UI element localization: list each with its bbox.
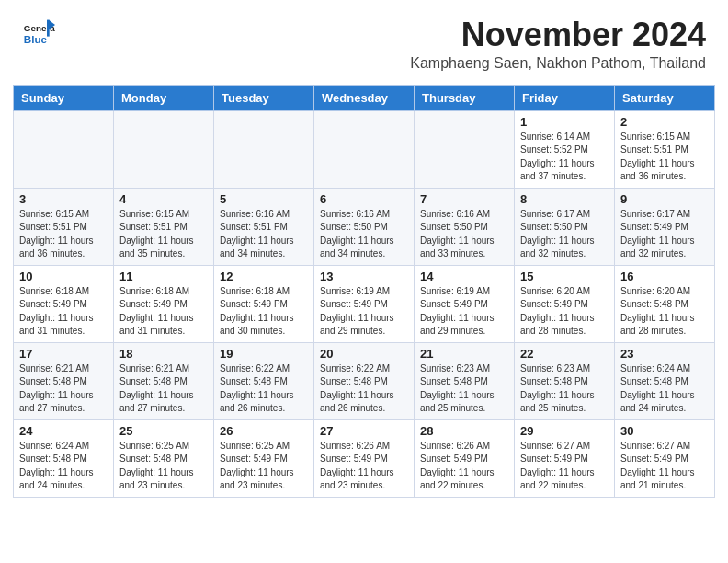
calendar-header-row: SundayMondayTuesdayWednesdayThursdayFrid… [14,85,715,110]
calendar-cell [14,110,114,188]
calendar-cell [214,110,314,188]
day-number: 24 [19,424,108,438]
day-info: Sunrise: 6:22 AMSunset: 5:48 PMDaylight:… [320,362,408,416]
calendar-cell: 11Sunrise: 6:18 AMSunset: 5:49 PMDayligh… [114,265,214,342]
day-info: Sunrise: 6:26 AMSunset: 5:49 PMDaylight:… [420,440,508,493]
calendar-cell: 10Sunrise: 6:18 AMSunset: 5:49 PMDayligh… [14,265,114,342]
column-header-friday: Friday [515,85,615,110]
day-info: Sunrise: 6:18 AMSunset: 5:49 PMDaylight:… [220,285,308,339]
calendar-cell: 9Sunrise: 6:17 AMSunset: 5:49 PMDaylight… [615,188,715,265]
day-number: 19 [220,347,308,361]
calendar-cell: 17Sunrise: 6:21 AMSunset: 5:48 PMDayligh… [14,342,114,419]
calendar-cell: 6Sunrise: 6:16 AMSunset: 5:50 PMDaylight… [314,188,415,265]
calendar-week-row: 3Sunrise: 6:15 AMSunset: 5:51 PMDaylight… [14,188,715,265]
month-title: November 2024 [410,17,706,53]
day-info: Sunrise: 6:25 AMSunset: 5:48 PMDaylight:… [119,440,208,493]
day-number: 27 [320,424,408,438]
day-number: 18 [119,347,208,361]
day-info: Sunrise: 6:15 AMSunset: 5:51 PMDaylight:… [620,131,709,184]
day-info: Sunrise: 6:19 AMSunset: 5:49 PMDaylight:… [420,285,508,339]
svg-text:Blue: Blue [24,33,48,45]
day-info: Sunrise: 6:24 AMSunset: 5:48 PMDaylight:… [620,362,709,416]
day-info: Sunrise: 6:24 AMSunset: 5:48 PMDaylight:… [19,440,108,493]
day-info: Sunrise: 6:27 AMSunset: 5:49 PMDaylight:… [620,440,709,493]
day-info: Sunrise: 6:27 AMSunset: 5:49 PMDaylight:… [520,440,609,493]
day-number: 30 [620,424,709,438]
day-info: Sunrise: 6:26 AMSunset: 5:49 PMDaylight:… [320,440,408,493]
calendar-cell: 22Sunrise: 6:23 AMSunset: 5:48 PMDayligh… [515,342,615,419]
day-number: 10 [19,270,108,283]
calendar-cell: 23Sunrise: 6:24 AMSunset: 5:48 PMDayligh… [615,342,715,419]
column-header-thursday: Thursday [415,85,515,110]
calendar-cell: 16Sunrise: 6:20 AMSunset: 5:48 PMDayligh… [615,265,715,342]
calendar-cell: 1Sunrise: 6:14 AMSunset: 5:52 PMDaylight… [515,110,615,188]
title-block: November 2024 Kamphaeng Saen, Nakhon Pat… [410,17,706,72]
day-info: Sunrise: 6:15 AMSunset: 5:51 PMDaylight:… [19,208,108,261]
svg-rect-3 [47,20,50,37]
day-info: Sunrise: 6:16 AMSunset: 5:51 PMDaylight:… [220,208,308,261]
calendar-cell: 5Sunrise: 6:16 AMSunset: 5:51 PMDaylight… [214,188,314,265]
calendar-cell: 7Sunrise: 6:16 AMSunset: 5:50 PMDaylight… [415,188,515,265]
calendar-cell: 19Sunrise: 6:22 AMSunset: 5:48 PMDayligh… [214,342,314,419]
logo-icon: General Blue [22,17,55,50]
calendar-cell: 25Sunrise: 6:25 AMSunset: 5:48 PMDayligh… [114,419,214,497]
day-info: Sunrise: 6:17 AMSunset: 5:49 PMDaylight:… [620,208,709,261]
day-number: 11 [119,270,208,283]
day-number: 14 [420,270,508,283]
day-number: 21 [420,347,508,361]
calendar-cell: 4Sunrise: 6:15 AMSunset: 5:51 PMDaylight… [114,188,214,265]
day-info: Sunrise: 6:25 AMSunset: 5:49 PMDaylight:… [220,440,308,493]
calendar-cell: 30Sunrise: 6:27 AMSunset: 5:49 PMDayligh… [615,419,715,497]
logo: General Blue [22,17,55,50]
column-header-tuesday: Tuesday [214,85,314,110]
day-number: 13 [320,270,408,283]
day-number: 15 [520,270,609,283]
day-number: 2 [620,115,709,129]
day-info: Sunrise: 6:23 AMSunset: 5:48 PMDaylight:… [420,362,508,416]
day-number: 9 [620,192,709,206]
calendar-cell: 15Sunrise: 6:20 AMSunset: 5:49 PMDayligh… [515,265,615,342]
calendar-cell: 12Sunrise: 6:18 AMSunset: 5:49 PMDayligh… [214,265,314,342]
day-number: 26 [220,424,308,438]
day-info: Sunrise: 6:19 AMSunset: 5:49 PMDaylight:… [320,285,408,339]
calendar-cell: 26Sunrise: 6:25 AMSunset: 5:49 PMDayligh… [214,419,314,497]
day-info: Sunrise: 6:17 AMSunset: 5:50 PMDaylight:… [520,208,609,261]
calendar-cell: 20Sunrise: 6:22 AMSunset: 5:48 PMDayligh… [314,342,415,419]
calendar-cell: 28Sunrise: 6:26 AMSunset: 5:49 PMDayligh… [415,419,515,497]
calendar-cell: 29Sunrise: 6:27 AMSunset: 5:49 PMDayligh… [515,419,615,497]
day-info: Sunrise: 6:21 AMSunset: 5:48 PMDaylight:… [119,362,208,416]
day-number: 29 [520,424,609,438]
calendar-week-row: 1Sunrise: 6:14 AMSunset: 5:52 PMDaylight… [14,110,715,188]
day-number: 1 [520,115,609,129]
day-number: 22 [520,347,609,361]
day-number: 6 [320,192,408,206]
calendar-cell: 21Sunrise: 6:23 AMSunset: 5:48 PMDayligh… [415,342,515,419]
calendar-cell [415,110,515,188]
day-info: Sunrise: 6:22 AMSunset: 5:48 PMDaylight:… [220,362,308,416]
column-header-wednesday: Wednesday [314,85,415,110]
day-number: 20 [320,347,408,361]
calendar-cell: 14Sunrise: 6:19 AMSunset: 5:49 PMDayligh… [415,265,515,342]
calendar-cell: 18Sunrise: 6:21 AMSunset: 5:48 PMDayligh… [114,342,214,419]
calendar-cell: 13Sunrise: 6:19 AMSunset: 5:49 PMDayligh… [314,265,415,342]
day-info: Sunrise: 6:20 AMSunset: 5:49 PMDaylight:… [520,285,609,339]
day-info: Sunrise: 6:16 AMSunset: 5:50 PMDaylight:… [420,208,508,261]
day-number: 4 [119,192,208,206]
day-info: Sunrise: 6:21 AMSunset: 5:48 PMDaylight:… [19,362,108,416]
day-info: Sunrise: 6:23 AMSunset: 5:48 PMDaylight:… [520,362,609,416]
location-title: Kamphaeng Saen, Nakhon Pathom, Thailand [410,55,706,72]
calendar-week-row: 17Sunrise: 6:21 AMSunset: 5:48 PMDayligh… [14,342,715,419]
day-info: Sunrise: 6:16 AMSunset: 5:50 PMDaylight:… [320,208,408,261]
column-header-sunday: Sunday [14,85,114,110]
day-number: 7 [420,192,508,206]
day-info: Sunrise: 6:15 AMSunset: 5:51 PMDaylight:… [119,208,208,261]
calendar-cell [114,110,214,188]
calendar-cell: 3Sunrise: 6:15 AMSunset: 5:51 PMDaylight… [14,188,114,265]
day-number: 3 [19,192,108,206]
calendar-week-row: 10Sunrise: 6:18 AMSunset: 5:49 PMDayligh… [14,265,715,342]
header: General Blue November 2024 Kamphaeng Sae… [0,0,728,75]
day-info: Sunrise: 6:14 AMSunset: 5:52 PMDaylight:… [520,131,609,184]
calendar-cell: 8Sunrise: 6:17 AMSunset: 5:50 PMDaylight… [515,188,615,265]
day-number: 12 [220,270,308,283]
calendar-cell: 24Sunrise: 6:24 AMSunset: 5:48 PMDayligh… [14,419,114,497]
